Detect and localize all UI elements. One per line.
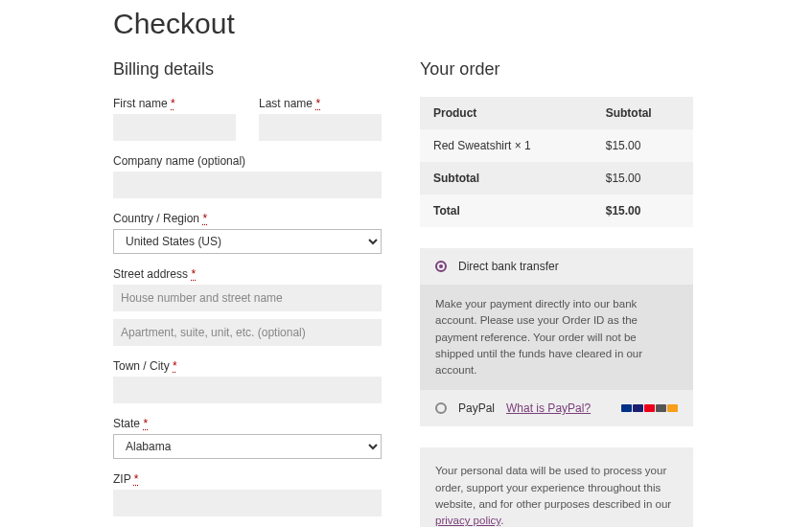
order-col-product: Product <box>420 97 592 129</box>
zip-label: ZIP * <box>113 472 382 486</box>
card-icon <box>656 404 666 412</box>
billing-column: Billing details First name * Last name *… <box>113 59 382 527</box>
page-title: Checkout <box>113 8 699 40</box>
privacy-box: Your personal data will be used to proce… <box>420 447 693 527</box>
first-name-label: First name * <box>113 97 236 110</box>
street-label: Street address * <box>113 267 382 281</box>
zip-input[interactable] <box>113 490 382 516</box>
state-select[interactable]: Alabama <box>113 434 382 459</box>
card-icons <box>621 404 678 412</box>
last-name-input[interactable] <box>259 114 382 141</box>
card-icon <box>621 404 632 412</box>
payment-bank-desc: Make your payment directly into our bank… <box>420 285 693 390</box>
payment-paypal-label: PayPal <box>458 401 495 415</box>
payment-bank-label: Direct bank transfer <box>458 260 559 273</box>
company-label: Company name (optional) <box>113 154 382 168</box>
country-label: Country / Region * <box>113 212 382 225</box>
city-label: Town / City * <box>113 359 382 373</box>
order-col-subtotal: Subtotal <box>592 97 693 129</box>
card-icon <box>667 404 678 412</box>
order-table: Product Subtotal Red Sweatshirt × 1 $15.… <box>420 97 693 227</box>
company-input[interactable] <box>113 172 382 198</box>
privacy-text: Your personal data will be used to proce… <box>435 463 678 527</box>
order-heading: Your order <box>420 59 693 80</box>
country-select[interactable]: United States (US) <box>113 229 382 254</box>
first-name-input[interactable] <box>113 114 236 141</box>
order-line-item: Red Sweatshirt × 1 $15.00 <box>420 129 693 162</box>
card-icon <box>633 404 643 412</box>
payment-bank-option[interactable]: Direct bank transfer <box>420 248 693 285</box>
billing-heading: Billing details <box>113 59 382 80</box>
state-label: State * <box>113 417 382 430</box>
payment-paypal-option[interactable]: PayPal What is PayPal? <box>420 390 693 426</box>
paypal-whatis-link[interactable]: What is PayPal? <box>506 401 591 415</box>
order-total-row: Total $15.00 <box>420 195 693 227</box>
street2-input[interactable] <box>113 319 382 346</box>
order-column: Your order Product Subtotal Red Sweatshi… <box>420 59 693 527</box>
card-icon <box>644 404 655 412</box>
payment-methods: Direct bank transfer Make your payment d… <box>420 248 693 426</box>
order-subtotal-row: Subtotal $15.00 <box>420 162 693 195</box>
last-name-label: Last name * <box>259 97 382 110</box>
city-input[interactable] <box>113 377 382 403</box>
street-input[interactable] <box>113 285 382 311</box>
radio-off-icon <box>435 402 447 414</box>
radio-on-icon <box>435 261 447 272</box>
privacy-policy-link[interactable]: privacy policy <box>435 515 500 526</box>
